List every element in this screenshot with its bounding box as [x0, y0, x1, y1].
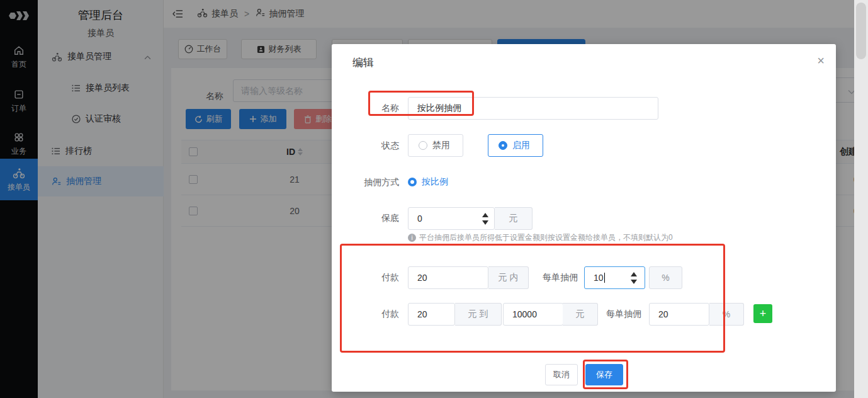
floor-hint-text: 平台抽佣后接单员所得低于设置金额则按设置金额给接单员，不填则默认为0	[419, 232, 673, 243]
status-disabled-radio[interactable]: 禁用	[408, 134, 463, 157]
plus-icon: +	[760, 307, 767, 320]
floor-unit-addon: 元	[495, 207, 533, 230]
radio-icon	[419, 141, 427, 150]
name-input[interactable]	[408, 97, 658, 120]
floor-hint: i 平台抽佣后接单员所得低于设置金额则按设置金额给接单员，不填则默认为0	[408, 232, 673, 243]
number-spinner[interactable]	[478, 208, 493, 229]
method-ratio-radio[interactable]: 按比例	[408, 176, 448, 188]
scrollbar-thumb[interactable]	[856, 3, 866, 59]
edit-dialog: 编辑 × 名称 状态 禁用 启用 抽佣方式 按比例 保底 元 i 平台抽佣后接单…	[332, 44, 836, 392]
method-ratio-label: 按比例	[422, 176, 448, 188]
spinner-down-icon[interactable]	[482, 220, 488, 225]
tier2-from-input[interactable]	[408, 303, 455, 326]
tier1-rate-value: 10	[594, 273, 604, 283]
admin-app: 首页 订单 业务 接单员 管理后台 接单员	[0, 0, 868, 398]
dialog-title: 编辑	[352, 55, 374, 70]
number-spinner[interactable]	[626, 267, 641, 288]
method-label: 抽佣方式	[332, 177, 399, 188]
text-cursor	[604, 273, 605, 283]
spinner-up-icon[interactable]	[482, 213, 488, 217]
tier2-rate-input[interactable]	[649, 303, 709, 326]
name-label: 名称	[332, 103, 399, 114]
radio-checked-icon	[408, 178, 417, 186]
info-icon: i	[408, 234, 416, 242]
tier1-pay-input[interactable]	[408, 266, 488, 289]
close-icon[interactable]: ×	[817, 54, 825, 67]
add-tier-button[interactable]: +	[753, 304, 772, 323]
save-label: 保存	[596, 369, 612, 380]
spinner-down-icon[interactable]	[631, 280, 637, 284]
status-label: 状态	[332, 140, 399, 152]
page-scrollbar[interactable]	[854, 0, 868, 398]
tier2-rate-unit-addon: %	[709, 303, 744, 326]
radio-checked-icon	[499, 141, 507, 150]
cancel-label: 取消	[553, 369, 570, 380]
status-enabled-radio[interactable]: 启用	[488, 134, 543, 157]
save-button[interactable]: 保存	[585, 364, 623, 385]
status-enabled-label: 启用	[512, 140, 530, 151]
tier2-pay-label: 付款	[332, 309, 399, 320]
cancel-button[interactable]: 取消	[545, 364, 578, 385]
tier1-rate-unit-addon: %	[649, 266, 682, 289]
tier1-pay-label: 付款	[332, 272, 399, 283]
status-disabled-label: 禁用	[432, 140, 450, 151]
floor-label: 保底	[332, 213, 399, 224]
tier2-rate-label: 每单抽佣	[574, 309, 641, 320]
spinner-up-icon[interactable]	[631, 272, 637, 276]
tier2-to-input[interactable]	[503, 303, 563, 326]
tier1-rate-label: 每单抽佣	[510, 272, 578, 283]
tier2-from-unit-addon: 元到	[455, 303, 502, 326]
